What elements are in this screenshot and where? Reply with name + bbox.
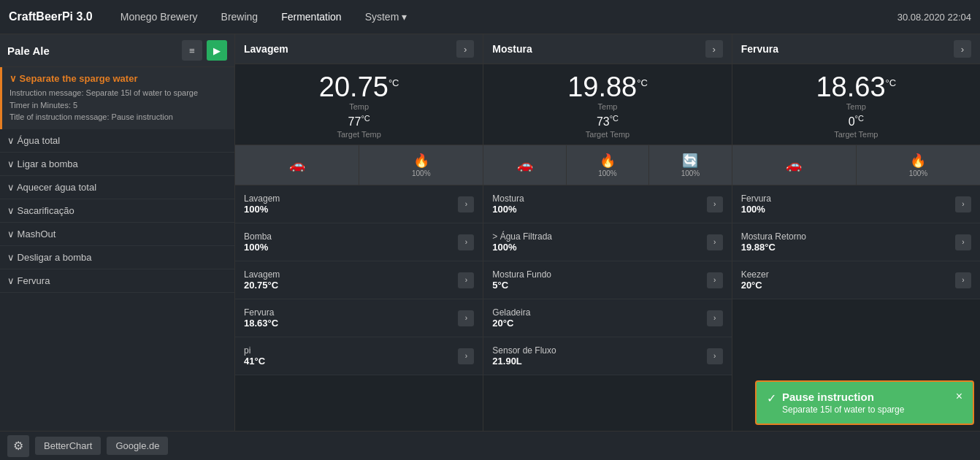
- active-instruction-detail2: Timer in Minutes: 5: [9, 99, 227, 112]
- heat-icon: 🔥: [571, 153, 644, 169]
- sensor-expand[interactable]: ›: [707, 234, 723, 250]
- sensor-expand[interactable]: ›: [955, 234, 971, 250]
- mostura-ctrl-pump[interactable]: 🚗: [483, 145, 566, 185]
- column-fervura-title: Fervura: [741, 43, 778, 55]
- nav-fermentation[interactable]: Fermentation: [271, 7, 351, 27]
- sensor-expand[interactable]: ›: [458, 196, 474, 212]
- nav-brewing[interactable]: Brewing: [211, 7, 269, 27]
- sensor-row[interactable]: Lavagem 20.75°C ›: [235, 261, 483, 299]
- step-item[interactable]: ∨ Água total: [0, 129, 234, 153]
- lavagem-temp-main: 20.75°C: [241, 73, 477, 101]
- nav-monego[interactable]: Monego Brewery: [110, 7, 208, 27]
- toast-check-icon: ✓: [767, 391, 776, 405]
- column-lavagem-expand[interactable]: ›: [456, 40, 474, 58]
- active-instruction-title: ∨ Separate the sparge water: [9, 73, 227, 84]
- pump-icon: 🚗: [737, 157, 851, 173]
- toast-notification: ✓ Pause instruction Separate 15l of wate…: [755, 380, 974, 425]
- fervura-target-temp: 0°C: [738, 114, 974, 129]
- sensor-expand[interactable]: ›: [955, 272, 971, 288]
- sensor-row[interactable]: Mostura Retorno 19.88°C ›: [732, 223, 980, 261]
- column-fervura-expand[interactable]: ›: [954, 40, 971, 58]
- sensor-row[interactable]: Mostura Fundo 5°C ›: [483, 261, 731, 299]
- lavagem-ctrl-pump[interactable]: 🚗: [235, 145, 359, 185]
- google-de-button[interactable]: Google.de: [107, 437, 168, 455]
- column-lavagem-title: Lavagem: [244, 43, 288, 55]
- active-instruction: ∨ Separate the sparge water Instruction …: [0, 67, 234, 129]
- active-instruction-detail1: Instruction message: Separate 15l of wat…: [9, 87, 227, 99]
- datetime: 30.08.2020 22:04: [897, 12, 971, 23]
- toast-close-button[interactable]: ×: [956, 391, 962, 402]
- sensor-row[interactable]: Bomba 100% ›: [235, 223, 483, 261]
- fervura-ctrl-heat[interactable]: 🔥 100%: [857, 145, 980, 185]
- heat-icon: 🔥: [861, 153, 976, 169]
- sensor-row[interactable]: Lavagem 100% ›: [235, 185, 483, 223]
- sensor-expand[interactable]: ›: [707, 310, 723, 326]
- column-mostura-expand[interactable]: ›: [705, 40, 723, 58]
- sensor-row[interactable]: Keezer 20°C ›: [732, 261, 980, 299]
- sensor-row[interactable]: Fervura 18.63°C ›: [235, 299, 483, 337]
- sensor-row[interactable]: > Água Filtrada 100% ›: [483, 223, 731, 261]
- sensor-expand[interactable]: ›: [707, 348, 723, 364]
- nav-system[interactable]: System ▾: [355, 7, 418, 27]
- navbar: CraftBeerPi 3.0 Monego Brewery Brewing F…: [0, 0, 980, 34]
- column-lavagem: Lavagem › 20.75°C Temp 77°C Target Temp …: [235, 34, 483, 431]
- sensor-row[interactable]: pi 41°C ›: [235, 337, 483, 375]
- toast-message: Separate 15l of water to sparge: [782, 405, 950, 415]
- mostura-temp-display: 19.88°C Temp 73°C Target Temp: [483, 64, 731, 145]
- toast-content: Pause instruction Separate 15l of water …: [782, 391, 950, 415]
- mostura-ctrl-heat[interactable]: 🔥 100%: [567, 145, 649, 185]
- sidebar-header: Pale Ale ≡ ▶: [0, 34, 234, 67]
- refresh-icon: 🔄: [654, 153, 727, 169]
- fervura-ctrl-pump[interactable]: 🚗: [732, 145, 857, 185]
- step-item[interactable]: ∨ Fervura: [0, 269, 234, 293]
- sensor-row[interactable]: Mostura 100% ›: [483, 185, 731, 223]
- step-item[interactable]: ∨ Sacarificação: [0, 199, 234, 223]
- fervura-controls: 🚗 🔥 100%: [732, 145, 980, 185]
- pump-icon: 🚗: [488, 157, 561, 173]
- nav-links: Monego Brewery Brewing Fermentation Syst…: [110, 7, 897, 27]
- active-instruction-detail3: Title of instruction message: Pause inst…: [9, 111, 227, 123]
- lavagem-target-temp: 77°C: [241, 114, 477, 129]
- play-button[interactable]: ▶: [207, 40, 227, 61]
- column-fervura: Fervura › 18.63°C Temp 0°C Target Temp 🚗…: [732, 34, 980, 431]
- step-item[interactable]: ∨ Ligar a bomba: [0, 153, 234, 176]
- mostura-target-temp: 73°C: [489, 114, 725, 129]
- column-fervura-header: Fervura ›: [732, 34, 980, 64]
- step-item[interactable]: ∨ Aquecer água total: [0, 176, 234, 199]
- sensor-expand[interactable]: ›: [458, 310, 474, 326]
- list-button[interactable]: ≡: [182, 40, 202, 61]
- sensor-row[interactable]: Sensor de Fluxo 21.90L ›: [483, 337, 731, 375]
- step-item[interactable]: ∨ Desligar a bomba: [0, 246, 234, 269]
- sensor-row[interactable]: Geladeira 20°C ›: [483, 299, 731, 337]
- sidebar-buttons: ≡ ▶: [182, 40, 227, 61]
- mostura-ctrl-refresh[interactable]: 🔄 100%: [649, 145, 731, 185]
- lavagem-ctrl-heat[interactable]: 🔥 100%: [359, 145, 483, 185]
- lavagem-temp-display: 20.75°C Temp 77°C Target Temp: [235, 64, 483, 145]
- mostura-sensors: Mostura 100% › > Água Filtrada 100% › Mo…: [483, 185, 731, 431]
- sensor-row[interactable]: Fervura 100% ›: [732, 185, 980, 223]
- sensor-expand[interactable]: ›: [458, 348, 474, 364]
- column-lavagem-header: Lavagem ›: [235, 34, 483, 64]
- sensor-expand[interactable]: ›: [707, 196, 723, 212]
- column-mostura: Mostura › 19.88°C Temp 73°C Target Temp …: [483, 34, 732, 431]
- mostura-controls: 🚗 🔥 100% 🔄 100%: [483, 145, 731, 185]
- sensor-expand[interactable]: ›: [707, 272, 723, 288]
- fervura-temp-label: Temp: [738, 102, 974, 111]
- lavagem-sensors: Lavagem 100% › Bomba 100% › Lavagem 20.7: [235, 185, 483, 431]
- sidebar: Pale Ale ≡ ▶ ∨ Separate the sparge water…: [0, 34, 235, 431]
- better-chart-button[interactable]: BetterChart: [35, 437, 101, 455]
- sensor-expand[interactable]: ›: [458, 272, 474, 288]
- lavagem-target-label: Target Temp: [241, 130, 477, 139]
- pump-icon: 🚗: [240, 157, 354, 173]
- toast-title: Pause instruction: [782, 391, 950, 403]
- settings-button[interactable]: ⚙: [7, 435, 29, 457]
- footer: ⚙ BetterChart Google.de: [0, 431, 980, 460]
- step-item[interactable]: ∨ MashOut: [0, 223, 234, 246]
- fervura-target-label: Target Temp: [738, 130, 974, 139]
- app-brand: CraftBeerPi 3.0: [9, 10, 93, 23]
- sensor-expand[interactable]: ›: [955, 196, 971, 212]
- column-mostura-header: Mostura ›: [483, 34, 731, 64]
- sensor-expand[interactable]: ›: [458, 234, 474, 250]
- lavagem-temp-label: Temp: [241, 102, 477, 111]
- main-container: Pale Ale ≡ ▶ ∨ Separate the sparge water…: [0, 34, 980, 431]
